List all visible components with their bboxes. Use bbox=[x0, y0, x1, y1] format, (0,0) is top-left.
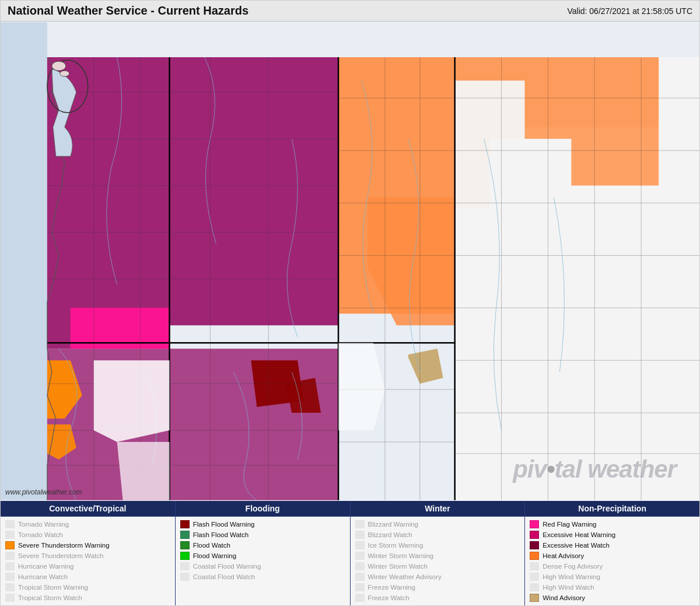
legend-section-header-0: Convective/Tropical bbox=[1, 501, 175, 517]
legend-item: Tropical Storm Watch bbox=[5, 593, 170, 603]
legend-label: Flood Watch bbox=[193, 542, 230, 549]
legend-item: Tropical Storm Warning bbox=[5, 582, 170, 593]
legend-label: Dense Fog Advisory bbox=[542, 563, 603, 570]
svg-marker-60 bbox=[94, 360, 170, 442]
legend-label: Excessive Heat Watch bbox=[542, 542, 610, 549]
legend-swatch bbox=[530, 583, 539, 591]
legend-swatch bbox=[180, 520, 190, 528]
legend-section-2: WinterBlizzard WarningBlizzard WatchIce … bbox=[351, 501, 526, 605]
legend-label: Severe Thunderstorm Warning bbox=[18, 542, 110, 549]
legend-swatch bbox=[530, 520, 539, 528]
legend-swatch bbox=[5, 531, 15, 539]
legend-swatch bbox=[5, 552, 15, 560]
map-area: www.pivotalweather.com piv•tal weather bbox=[1, 22, 699, 501]
legend-item: High Wind Watch bbox=[530, 582, 695, 593]
valid-time: Valid: 06/27/2021 at 21:58:05 UTC bbox=[567, 6, 692, 16]
legend-swatch bbox=[355, 531, 365, 539]
website-watermark: www.pivotalweather.com bbox=[5, 488, 82, 496]
legend-label: Ice Storm Warning bbox=[368, 542, 424, 549]
legend-label: Flash Flood Warning bbox=[193, 521, 255, 528]
legend-item: Severe Thunderstorm Watch bbox=[5, 551, 170, 561]
legend-swatch bbox=[180, 562, 190, 570]
legend-item: Winter Weather Advisory bbox=[355, 572, 520, 582]
legend-swatch bbox=[180, 531, 190, 539]
legend-item: Winter Storm Watch bbox=[355, 561, 520, 572]
header-bar: National Weather Service - Current Hazar… bbox=[1, 1, 699, 22]
legend-swatch bbox=[5, 583, 15, 591]
legend-label: Wind Advisory bbox=[542, 594, 585, 601]
legend-label: High Wind Warning bbox=[542, 573, 600, 580]
legend-swatch bbox=[180, 541, 190, 549]
legend-item: Hurricane Warning bbox=[5, 561, 170, 572]
legend-items-1: Flash Flood WarningFlash Flood WatchFloo… bbox=[176, 517, 350, 605]
legend-label: Winter Storm Warning bbox=[368, 552, 434, 559]
legend-item: Flood Watch bbox=[180, 540, 345, 551]
legend-swatch bbox=[530, 541, 539, 549]
legend-swatch bbox=[180, 573, 190, 581]
legend-item: Tornado Warning bbox=[5, 519, 170, 530]
legend-swatch bbox=[530, 552, 539, 560]
legend-item: Flood Warning bbox=[180, 551, 345, 561]
legend-swatch bbox=[530, 594, 539, 602]
svg-point-59 bbox=[60, 71, 69, 76]
legend-swatch bbox=[5, 594, 15, 602]
legend-item: Dense Fog Advisory bbox=[530, 561, 695, 572]
legend-section-header-2: Winter bbox=[351, 501, 525, 517]
legend-swatch bbox=[355, 541, 365, 549]
legend-label: Winter Weather Advisory bbox=[368, 573, 442, 580]
main-container: National Weather Service - Current Hazar… bbox=[0, 0, 700, 606]
legend-swatch bbox=[530, 573, 539, 581]
legend-item: Winter Storm Warning bbox=[355, 551, 520, 561]
legend-label: Tropical Storm Watch bbox=[18, 594, 82, 601]
legend-items-3: Red Flag WarningExcessive Heat WarningEx… bbox=[525, 517, 699, 605]
legend-swatch bbox=[355, 594, 365, 602]
legend-swatch bbox=[355, 520, 365, 528]
legend-label: Red Flag Warning bbox=[542, 521, 596, 528]
legend-item: Flash Flood Watch bbox=[180, 530, 345, 540]
legend-label: Flood Warning bbox=[193, 552, 236, 559]
legend-swatch bbox=[355, 562, 365, 570]
legend-label: High Wind Watch bbox=[542, 584, 594, 591]
legend-label: Coastal Flood Warning bbox=[193, 563, 261, 570]
legend-item: Heat Advisory bbox=[530, 551, 695, 561]
legend-swatch bbox=[355, 583, 365, 591]
legend-item: Blizzard Warning bbox=[355, 519, 520, 530]
legend-section-header-3: Non-Precipitation bbox=[525, 501, 699, 517]
legend-item: Ice Storm Warning bbox=[355, 540, 520, 551]
legend-swatch bbox=[5, 541, 15, 549]
legend-label: Tornado Watch bbox=[18, 531, 63, 538]
legend-item: Flash Flood Warning bbox=[180, 519, 345, 530]
legend-item: Red Flag Warning bbox=[530, 519, 695, 530]
legend-swatch bbox=[355, 573, 365, 581]
legend-swatch bbox=[530, 562, 539, 570]
weather-map bbox=[1, 22, 699, 501]
page-title: National Weather Service - Current Hazar… bbox=[8, 4, 249, 18]
legend-item: Freeze Watch bbox=[355, 593, 520, 603]
legend-label: Heat Advisory bbox=[542, 552, 584, 559]
legend-items-2: Blizzard WarningBlizzard WatchIce Storm … bbox=[351, 517, 525, 605]
legend-item: Wind Advisory bbox=[530, 593, 695, 603]
legend-item: Hurricane Watch bbox=[5, 572, 170, 582]
legend-swatch bbox=[5, 573, 15, 581]
legend-item: Tornado Watch bbox=[5, 530, 170, 540]
legend-swatch bbox=[530, 531, 539, 539]
legend-item: Severe Thunderstorm Warning bbox=[5, 540, 170, 551]
legend-label: Freeze Warning bbox=[368, 584, 415, 591]
legend-label: Hurricane Warning bbox=[18, 563, 74, 570]
legend-item: Coastal Flood Warning bbox=[180, 561, 345, 572]
legend-label: Freeze Watch bbox=[368, 594, 410, 601]
legend-label: Tornado Warning bbox=[18, 521, 69, 528]
legend-item: Freeze Warning bbox=[355, 582, 520, 593]
legend-item: Excessive Heat Warning bbox=[530, 530, 695, 540]
legend-label: Tropical Storm Warning bbox=[18, 584, 88, 591]
legend-label: Blizzard Warning bbox=[368, 521, 419, 528]
svg-rect-1 bbox=[1, 22, 47, 500]
legend-swatch bbox=[180, 552, 190, 560]
svg-marker-2 bbox=[47, 57, 338, 349]
legend-item: Excessive Heat Watch bbox=[530, 540, 695, 551]
legend-label: Severe Thunderstorm Watch bbox=[18, 552, 103, 559]
legend: Convective/TropicalTornado WarningTornad… bbox=[1, 501, 699, 605]
legend-items-0: Tornado WarningTornado WatchSevere Thund… bbox=[1, 517, 175, 605]
legend-item: Coastal Flood Watch bbox=[180, 572, 345, 582]
legend-swatch bbox=[355, 552, 365, 560]
